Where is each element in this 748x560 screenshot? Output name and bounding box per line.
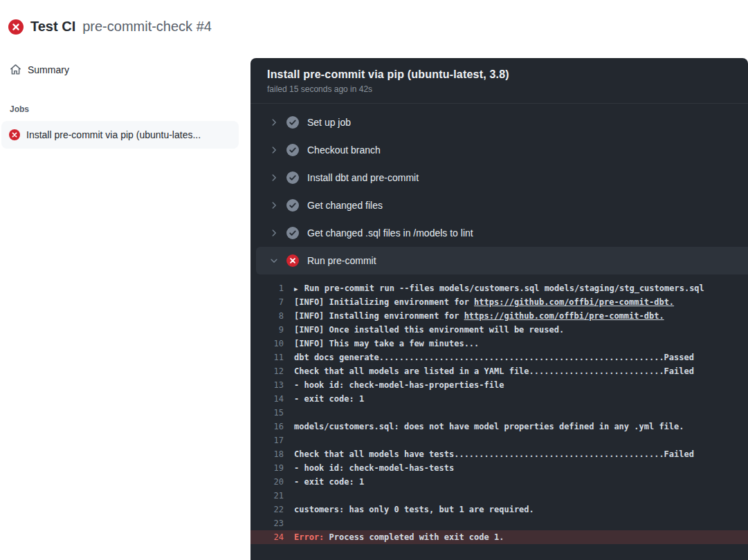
log-line-text: - hook id: check-model-has-tests	[294, 461, 454, 475]
log-line: 22customers: has only 0 tests, but 1 are…	[250, 503, 748, 516]
job-log-panel: Install pre-commit via pip (ubuntu-lates…	[250, 58, 748, 560]
log-line-number[interactable]: 20	[250, 475, 294, 489]
log-line-number[interactable]: 19	[250, 461, 294, 475]
chevron-down-icon	[269, 256, 279, 265]
log-line-number[interactable]: 23	[250, 516, 294, 530]
group-toggle-icon[interactable]: ▶	[294, 286, 304, 292]
log-line-text: - exit code: 1	[294, 392, 364, 406]
log-line-text: models/customers.sql: does not have mode…	[294, 420, 684, 433]
chevron-right-icon	[269, 145, 279, 155]
chevron-right-icon	[269, 200, 279, 210]
log-line-number[interactable]: 10	[250, 337, 294, 351]
home-icon	[10, 64, 21, 75]
log-text-segment: Check that all models have tests........…	[294, 449, 694, 459]
log-line-number[interactable]: 7	[250, 295, 294, 309]
log-line: 15	[250, 406, 748, 420]
log-line: 21	[250, 489, 748, 503]
step-row[interactable]: Checkout branch	[250, 136, 748, 164]
job-failure-icon	[9, 129, 20, 140]
log-line-number[interactable]: 12	[250, 364, 294, 378]
step-status-icon	[286, 171, 299, 184]
log-line: 10[INFO] This may take a few minutes...	[250, 337, 748, 351]
log-line: 16models/customers.sql: does not have mo…	[250, 420, 748, 433]
log-line-number[interactable]: 16	[250, 420, 294, 433]
step-label: Set up job	[307, 117, 351, 128]
log-link[interactable]: https://github.com/offbi/pre-commit-dbt.	[474, 297, 674, 307]
log-line-number[interactable]: 22	[250, 503, 294, 516]
log-line: 14- exit code: 1	[250, 392, 748, 406]
log-text-segment: - hook id: check-model-has-properties-fi…	[294, 380, 504, 390]
failure-icon	[9, 129, 20, 140]
log-text-segment: customers: has only 0 tests, but 1 are r…	[294, 505, 534, 514]
log-line: 11dbt docs generate.....................…	[250, 351, 748, 364]
log-line-number[interactable]: 13	[250, 378, 294, 392]
success-icon	[286, 199, 299, 212]
chevron-right-icon	[269, 173, 279, 183]
step-row[interactable]: Get changed .sql files in /models to lin…	[250, 219, 748, 247]
log-line: 23	[250, 516, 748, 530]
step-label: Run pre-commit	[307, 255, 376, 266]
steps-list: Set up job Checkout branch Install dbt a…	[250, 104, 748, 274]
run-name: pre-commit-check #4	[82, 19, 212, 35]
sidebar: Summary Jobs Install pre-commit via pip …	[0, 58, 250, 560]
step-row[interactable]: Set up job	[250, 109, 748, 136]
log-line-number[interactable]: 14	[250, 392, 294, 406]
log-line-text: [INFO] Initializing environment for http…	[294, 295, 674, 309]
step-status-icon	[286, 254, 299, 267]
log-line-number[interactable]: 9	[250, 323, 294, 337]
step-row[interactable]: Get changed files	[250, 192, 748, 219]
log-text-segment: Check that all models are listed in a YA…	[294, 366, 694, 376]
log-line-number[interactable]: 1	[250, 281, 294, 295]
log-line: 7[INFO] Initializing environment for htt…	[250, 295, 748, 309]
log-line: 20- exit code: 1	[250, 475, 748, 489]
log-line-text: Error: Process completed with exit code …	[294, 530, 504, 544]
log-text-segment: dbt docs generate.......................…	[294, 353, 694, 362]
jobs-list: Install pre-commit via pip (ubuntu-lates…	[0, 121, 250, 149]
log-line: 9[INFO] Once installed this environment …	[250, 323, 748, 337]
step-status-icon	[286, 199, 299, 212]
success-icon	[286, 144, 299, 156]
log-line-text: [INFO] Installing environment for https:…	[294, 309, 664, 323]
log-text-segment: [INFO] Installing environment for	[294, 311, 464, 321]
log-line-text: [INFO] Once installed this environment w…	[294, 323, 564, 337]
log-text-segment: [INFO] Initializing environment for	[294, 297, 474, 307]
log-line: 19- hook id: check-model-has-tests	[250, 461, 748, 475]
log-line-number[interactable]: 15	[250, 406, 294, 420]
log-line-number[interactable]: 11	[250, 351, 294, 364]
log-line-text: - exit code: 1	[294, 475, 364, 489]
log-line-number[interactable]: 24	[250, 530, 294, 544]
run-failure-icon	[8, 19, 24, 35]
chevron-right-icon	[269, 228, 279, 238]
log-text-segment: [INFO] This may take a few minutes...	[294, 339, 479, 348]
log-line: 18Check that all models have tests......…	[250, 447, 748, 461]
job-title: Install pre-commit via pip (ubuntu-lates…	[267, 68, 731, 81]
step-row[interactable]: Run pre-commit	[256, 247, 748, 274]
log-line: 17	[250, 433, 748, 447]
log-line: 24Error: Process completed with exit cod…	[250, 530, 748, 544]
log-line: 13- hook id: check-model-has-properties-…	[250, 378, 748, 392]
step-row[interactable]: Install dbt and pre-commit	[250, 164, 748, 192]
error-label: Error:	[294, 532, 324, 542]
summary-label: Summary	[28, 64, 69, 75]
log-line-number[interactable]: 21	[250, 489, 294, 503]
log-line-number[interactable]: 17	[250, 433, 294, 447]
sidebar-item-summary[interactable]: Summary	[0, 58, 250, 81]
step-label: Get changed .sql files in /models to lin…	[307, 227, 473, 239]
log-line: 12Check that all models are listed in a …	[250, 364, 748, 378]
log-line-text: customers: has only 0 tests, but 1 are r…	[294, 503, 534, 516]
log-line-text: ▶ Run pre-commit run --files models/cust…	[294, 281, 704, 295]
sidebar-job-item[interactable]: Install pre-commit via pip (ubuntu-lates…	[1, 121, 239, 149]
failure-icon	[286, 254, 299, 267]
log-text-segment: - hook id: check-model-has-tests	[294, 463, 454, 473]
log-line: 8[INFO] Installing environment for https…	[250, 309, 748, 323]
job-header: Install pre-commit via pip (ubuntu-lates…	[250, 58, 748, 104]
log-line-number[interactable]: 8	[250, 309, 294, 323]
log-line-text: - hook id: check-model-has-properties-fi…	[294, 378, 504, 392]
log-line-number[interactable]: 18	[250, 447, 294, 461]
log-link[interactable]: https://github.com/offbi/pre-commit-dbt.	[464, 311, 664, 321]
step-status-icon	[286, 227, 299, 239]
step-status-icon	[286, 116, 299, 129]
log-text-segment: Process completed with exit code 1.	[324, 532, 504, 542]
job-label: Install pre-commit via pip (ubuntu-lates…	[26, 129, 201, 140]
success-icon	[286, 116, 299, 129]
